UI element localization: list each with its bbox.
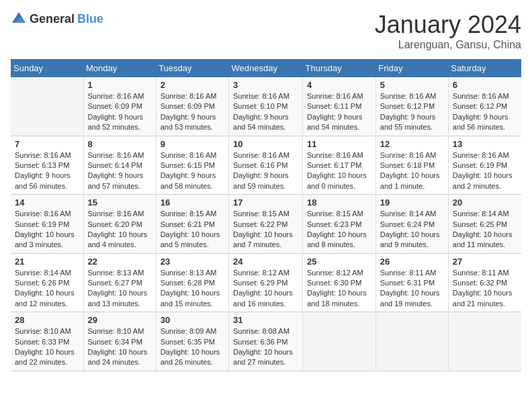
day-number: 26 xyxy=(380,257,445,267)
month-title: January 2024 xyxy=(375,11,521,39)
day-number: 17 xyxy=(233,197,300,208)
day-cell: 5 Sunrise: 8:16 AMSunset: 6:12 PMDayligh… xyxy=(375,77,448,136)
day-header-sunday: Sunday xyxy=(11,59,83,77)
day-header-tuesday: Tuesday xyxy=(156,59,228,77)
day-number: 6 xyxy=(453,80,519,90)
day-info: Sunrise: 8:08 AMSunset: 6:36 PMDaylight:… xyxy=(233,327,293,366)
page-header: General Blue January 2024 Larenguan, Gan… xyxy=(11,11,521,51)
day-header-thursday: Thursday xyxy=(302,59,375,77)
week-row-3: 14 Sunrise: 8:16 AMSunset: 6:19 PMDaylig… xyxy=(11,195,521,254)
day-number: 13 xyxy=(453,139,519,149)
day-info: Sunrise: 8:16 AMSunset: 6:13 PMDaylight:… xyxy=(15,151,71,190)
day-number: 5 xyxy=(380,80,445,90)
day-cell: 12 Sunrise: 8:16 AMSunset: 6:18 PMDaylig… xyxy=(375,136,448,195)
day-number: 23 xyxy=(161,257,226,267)
day-cell: 8 Sunrise: 8:16 AMSunset: 6:14 PMDayligh… xyxy=(83,136,156,195)
day-cell: 6 Sunrise: 8:16 AMSunset: 6:12 PMDayligh… xyxy=(448,77,521,136)
title-block: January 2024 Larenguan, Gansu, China xyxy=(375,11,521,51)
day-info: Sunrise: 8:16 AMSunset: 6:09 PMDaylight:… xyxy=(161,92,217,131)
day-number: 11 xyxy=(307,139,373,149)
day-info: Sunrise: 8:14 AMSunset: 6:25 PMDaylight:… xyxy=(453,210,513,248)
location-title: Larenguan, Gansu, China xyxy=(375,39,521,51)
day-cell: 10 Sunrise: 8:16 AMSunset: 6:16 PMDaylig… xyxy=(229,136,303,195)
day-cell: 31 Sunrise: 8:08 AMSunset: 6:36 PMDaylig… xyxy=(229,312,303,371)
week-row-4: 21 Sunrise: 8:14 AMSunset: 6:26 PMDaylig… xyxy=(11,253,521,312)
day-cell xyxy=(448,312,521,371)
day-number: 21 xyxy=(15,257,81,267)
day-info: Sunrise: 8:16 AMSunset: 6:20 PMDaylight:… xyxy=(88,210,148,248)
day-number: 19 xyxy=(380,197,445,208)
day-number: 16 xyxy=(161,197,226,208)
day-number: 30 xyxy=(161,315,226,325)
day-info: Sunrise: 8:16 AMSunset: 6:14 PMDaylight:… xyxy=(88,151,144,190)
day-info: Sunrise: 8:16 AMSunset: 6:17 PMDaylight:… xyxy=(307,151,367,190)
day-info: Sunrise: 8:10 AMSunset: 6:34 PMDaylight:… xyxy=(88,327,148,366)
day-info: Sunrise: 8:16 AMSunset: 6:12 PMDaylight:… xyxy=(380,92,437,131)
day-number: 28 xyxy=(15,315,81,325)
day-cell: 22 Sunrise: 8:13 AMSunset: 6:27 PMDaylig… xyxy=(83,253,156,312)
day-info: Sunrise: 8:11 AMSunset: 6:32 PMDaylight:… xyxy=(453,269,513,308)
day-info: Sunrise: 8:16 AMSunset: 6:18 PMDaylight:… xyxy=(380,151,440,190)
day-number: 12 xyxy=(380,139,445,149)
header-row: SundayMondayTuesdayWednesdayThursdayFrid… xyxy=(11,59,521,77)
logo: General Blue xyxy=(11,11,103,27)
day-cell: 30 Sunrise: 8:09 AMSunset: 6:35 PMDaylig… xyxy=(156,312,228,371)
day-number: 22 xyxy=(88,257,153,267)
day-cell: 21 Sunrise: 8:14 AMSunset: 6:26 PMDaylig… xyxy=(11,253,83,312)
week-row-1: 1 Sunrise: 8:16 AMSunset: 6:09 PMDayligh… xyxy=(11,77,521,136)
day-cell: 2 Sunrise: 8:16 AMSunset: 6:09 PMDayligh… xyxy=(156,77,228,136)
day-info: Sunrise: 8:16 AMSunset: 6:11 PMDaylight:… xyxy=(307,92,363,131)
day-cell: 26 Sunrise: 8:11 AMSunset: 6:31 PMDaylig… xyxy=(375,253,448,312)
day-number: 20 xyxy=(453,197,519,208)
day-number: 18 xyxy=(307,197,373,208)
day-info: Sunrise: 8:14 AMSunset: 6:24 PMDaylight:… xyxy=(380,210,440,248)
day-info: Sunrise: 8:16 AMSunset: 6:19 PMDaylight:… xyxy=(453,151,513,190)
day-number: 10 xyxy=(233,139,300,149)
day-info: Sunrise: 8:14 AMSunset: 6:26 PMDaylight:… xyxy=(15,269,75,308)
day-cell: 29 Sunrise: 8:10 AMSunset: 6:34 PMDaylig… xyxy=(83,312,156,371)
day-cell: 7 Sunrise: 8:16 AMSunset: 6:13 PMDayligh… xyxy=(11,136,83,195)
day-info: Sunrise: 8:16 AMSunset: 6:19 PMDaylight:… xyxy=(15,210,75,248)
day-info: Sunrise: 8:13 AMSunset: 6:27 PMDaylight:… xyxy=(88,269,148,308)
day-cell: 17 Sunrise: 8:15 AMSunset: 6:22 PMDaylig… xyxy=(229,195,303,254)
day-info: Sunrise: 8:16 AMSunset: 6:10 PMDaylight:… xyxy=(233,92,290,131)
day-number: 24 xyxy=(233,257,300,267)
day-cell: 4 Sunrise: 8:16 AMSunset: 6:11 PMDayligh… xyxy=(302,77,375,136)
day-cell: 15 Sunrise: 8:16 AMSunset: 6:20 PMDaylig… xyxy=(83,195,156,254)
day-cell: 11 Sunrise: 8:16 AMSunset: 6:17 PMDaylig… xyxy=(302,136,375,195)
day-number: 31 xyxy=(233,315,300,325)
day-number: 7 xyxy=(15,139,81,149)
day-cell: 27 Sunrise: 8:11 AMSunset: 6:32 PMDaylig… xyxy=(448,253,521,312)
day-number: 3 xyxy=(233,80,300,90)
day-number: 1 xyxy=(88,80,153,90)
day-info: Sunrise: 8:15 AMSunset: 6:21 PMDaylight:… xyxy=(161,210,220,248)
week-row-5: 28 Sunrise: 8:10 AMSunset: 6:33 PMDaylig… xyxy=(11,312,521,371)
day-cell xyxy=(302,312,375,371)
day-cell: 14 Sunrise: 8:16 AMSunset: 6:19 PMDaylig… xyxy=(11,195,83,254)
day-number: 9 xyxy=(161,139,226,149)
day-info: Sunrise: 8:16 AMSunset: 6:15 PMDaylight:… xyxy=(161,151,217,190)
calendar-table: SundayMondayTuesdayWednesdayThursdayFrid… xyxy=(11,59,521,371)
day-info: Sunrise: 8:16 AMSunset: 6:12 PMDaylight:… xyxy=(453,92,509,131)
day-number: 2 xyxy=(161,80,226,90)
day-number: 8 xyxy=(88,139,153,149)
week-row-2: 7 Sunrise: 8:16 AMSunset: 6:13 PMDayligh… xyxy=(11,136,521,195)
day-cell: 24 Sunrise: 8:12 AMSunset: 6:29 PMDaylig… xyxy=(229,253,303,312)
day-cell: 20 Sunrise: 8:14 AMSunset: 6:25 PMDaylig… xyxy=(448,195,521,254)
day-cell xyxy=(375,312,448,371)
day-info: Sunrise: 8:16 AMSunset: 6:16 PMDaylight:… xyxy=(233,151,290,190)
day-header-wednesday: Wednesday xyxy=(229,59,303,77)
day-cell: 19 Sunrise: 8:14 AMSunset: 6:24 PMDaylig… xyxy=(375,195,448,254)
day-cell: 28 Sunrise: 8:10 AMSunset: 6:33 PMDaylig… xyxy=(11,312,83,371)
day-cell: 9 Sunrise: 8:16 AMSunset: 6:15 PMDayligh… xyxy=(156,136,228,195)
day-info: Sunrise: 8:10 AMSunset: 6:33 PMDaylight:… xyxy=(15,327,75,366)
day-header-friday: Friday xyxy=(375,59,448,77)
day-info: Sunrise: 8:12 AMSunset: 6:30 PMDaylight:… xyxy=(307,269,367,308)
logo-icon xyxy=(11,11,27,27)
day-cell: 3 Sunrise: 8:16 AMSunset: 6:10 PMDayligh… xyxy=(229,77,303,136)
day-info: Sunrise: 8:15 AMSunset: 6:22 PMDaylight:… xyxy=(233,210,293,248)
day-cell: 1 Sunrise: 8:16 AMSunset: 6:09 PMDayligh… xyxy=(83,77,156,136)
day-header-saturday: Saturday xyxy=(448,59,521,77)
logo-general-text: General xyxy=(30,12,75,26)
day-info: Sunrise: 8:11 AMSunset: 6:31 PMDaylight:… xyxy=(380,269,440,308)
